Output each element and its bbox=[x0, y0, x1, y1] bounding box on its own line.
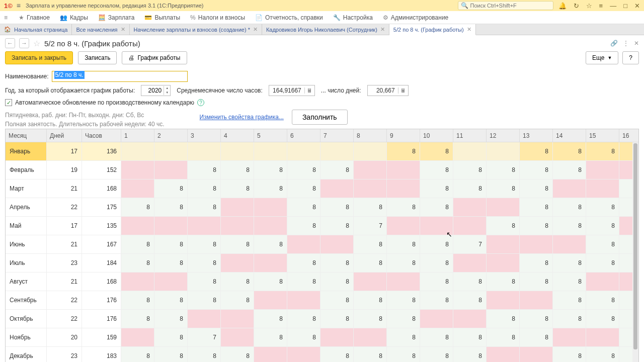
table-cell[interactable] bbox=[553, 328, 586, 347]
table-cell[interactable]: 8 bbox=[553, 254, 586, 273]
table-cell[interactable] bbox=[254, 254, 287, 273]
table-cell[interactable] bbox=[121, 217, 154, 235]
table-cell[interactable]: 8 bbox=[188, 179, 221, 198]
menu-item-6[interactable]: 🔧Настройка bbox=[333, 14, 373, 21]
table-cell[interactable]: 8 bbox=[221, 179, 254, 198]
tab-item-1[interactable]: Начисление зарплаты и взносов (создание)… bbox=[130, 24, 262, 35]
more-button[interactable]: Еще ▼ bbox=[586, 51, 618, 64]
table-cell[interactable]: 8 bbox=[354, 310, 387, 328]
spin-down-icon[interactable]: ▼ bbox=[164, 90, 170, 95]
table-cell[interactable] bbox=[520, 291, 553, 310]
table-cell[interactable] bbox=[154, 161, 188, 179]
table-cell[interactable] bbox=[453, 142, 487, 161]
calc-icon[interactable]: 🖩 bbox=[398, 87, 408, 94]
table-cell[interactable]: 8 bbox=[154, 198, 188, 217]
table-cell[interactable]: 8 bbox=[453, 347, 487, 362]
more-menu-icon[interactable]: ⋮ bbox=[623, 40, 629, 47]
table-cell[interactable]: 8 bbox=[121, 347, 154, 362]
table-cell[interactable]: 8 bbox=[221, 291, 254, 310]
table-cell[interactable] bbox=[154, 217, 188, 235]
table-cell[interactable]: 21 bbox=[47, 235, 82, 254]
table-cell[interactable]: 8 bbox=[221, 161, 254, 179]
name-input[interactable]: 5/2 по 8 ч. bbox=[52, 71, 188, 82]
table-cell[interactable]: 8 bbox=[354, 254, 387, 273]
table-cell[interactable] bbox=[487, 254, 520, 273]
table-cell[interactable]: Июль bbox=[6, 254, 47, 273]
table-cell[interactable]: 135 bbox=[82, 217, 121, 235]
table-cell[interactable]: 8 bbox=[254, 179, 287, 198]
table-cell[interactable] bbox=[453, 310, 487, 328]
table-cell[interactable]: 8 bbox=[553, 273, 586, 291]
save-button[interactable]: Записать bbox=[78, 51, 117, 64]
table-cell[interactable]: 8 bbox=[586, 217, 619, 235]
table-cell[interactable]: Март bbox=[6, 179, 47, 198]
table-cell[interactable]: 8 bbox=[188, 161, 221, 179]
table-cell[interactable] bbox=[254, 198, 287, 217]
table-cell[interactable] bbox=[553, 179, 586, 198]
table-cell[interactable] bbox=[453, 254, 487, 273]
table-cell[interactable]: 8 bbox=[287, 217, 320, 235]
table-cell[interactable]: Февраль bbox=[6, 161, 47, 179]
table-cell[interactable]: 8 bbox=[354, 347, 387, 362]
table-cell[interactable]: 22 bbox=[47, 291, 82, 310]
table-cell[interactable] bbox=[387, 273, 420, 291]
search-input[interactable] bbox=[470, 3, 550, 9]
table-cell[interactable]: 23 bbox=[47, 347, 82, 362]
year-input[interactable] bbox=[141, 87, 164, 94]
table-cell[interactable] bbox=[387, 217, 420, 235]
table-cell[interactable]: Май bbox=[6, 217, 47, 235]
table-cell[interactable]: 8 bbox=[188, 291, 221, 310]
table-cell[interactable]: 8 bbox=[420, 235, 453, 254]
menu-item-1[interactable]: 👥Кадры bbox=[60, 14, 88, 21]
table-cell[interactable]: 159 bbox=[82, 328, 121, 347]
table-cell[interactable]: 8 bbox=[453, 291, 487, 310]
table-cell[interactable]: 8 bbox=[420, 161, 453, 179]
history-icon[interactable]: ↻ bbox=[574, 2, 579, 10]
table-cell[interactable]: 8 bbox=[553, 291, 586, 310]
table-cell[interactable] bbox=[586, 273, 619, 291]
table-cell[interactable]: 8 bbox=[520, 254, 553, 273]
close-icon[interactable]: ✕ bbox=[467, 26, 471, 33]
table-cell[interactable]: 17 bbox=[47, 142, 82, 161]
table-cell[interactable]: 8 bbox=[154, 310, 188, 328]
table-cell[interactable]: 8 bbox=[520, 142, 553, 161]
calc-icon[interactable]: 🖩 bbox=[304, 87, 314, 94]
table-cell[interactable]: 8 bbox=[420, 328, 453, 347]
spin-up-icon[interactable]: ▲ bbox=[164, 86, 170, 90]
table-cell[interactable]: 8 bbox=[387, 254, 420, 273]
help-button[interactable]: ? bbox=[622, 51, 639, 64]
table-cell[interactable] bbox=[121, 273, 154, 291]
table-cell[interactable]: 7 bbox=[453, 235, 487, 254]
table-cell[interactable] bbox=[221, 142, 254, 161]
close-icon[interactable]: ✕ bbox=[380, 26, 385, 33]
table-cell[interactable] bbox=[254, 347, 287, 362]
help-icon[interactable]: ? bbox=[197, 99, 204, 106]
table-cell[interactable]: 8 bbox=[121, 235, 154, 254]
table-cell[interactable]: 8 bbox=[387, 347, 420, 362]
table-cell[interactable]: 167 bbox=[82, 235, 121, 254]
star-icon[interactable]: ☆ bbox=[586, 2, 592, 10]
maximize-icon[interactable]: □ bbox=[623, 2, 627, 10]
table-cell[interactable] bbox=[121, 179, 154, 198]
table-cell[interactable]: 8 bbox=[520, 161, 553, 179]
table-cell[interactable] bbox=[320, 179, 354, 198]
table-cell[interactable]: 8 bbox=[586, 142, 619, 161]
table-cell[interactable]: 8 bbox=[586, 254, 619, 273]
table-cell[interactable]: 8 bbox=[420, 347, 453, 362]
table-cell[interactable] bbox=[287, 347, 320, 362]
table-cell[interactable]: 8 bbox=[320, 254, 354, 273]
table-cell[interactable]: 8 bbox=[188, 254, 221, 273]
table-cell[interactable]: 8 bbox=[221, 273, 254, 291]
table-cell[interactable]: 19 bbox=[47, 161, 82, 179]
table-cell[interactable]: 8 bbox=[487, 161, 520, 179]
table-cell[interactable] bbox=[354, 273, 387, 291]
tab-home[interactable]: 🏠 Начальная страница bbox=[0, 24, 72, 35]
table-cell[interactable] bbox=[586, 179, 619, 198]
nav-forward-button[interactable]: → bbox=[19, 38, 29, 48]
table-cell[interactable]: 20 bbox=[47, 328, 82, 347]
table-cell[interactable]: 8 bbox=[320, 347, 354, 362]
table-cell[interactable]: 8 bbox=[586, 310, 619, 328]
table-cell[interactable] bbox=[320, 328, 354, 347]
table-cell[interactable]: 8 bbox=[188, 347, 221, 362]
year-spinner[interactable]: ▲▼ bbox=[141, 85, 171, 96]
